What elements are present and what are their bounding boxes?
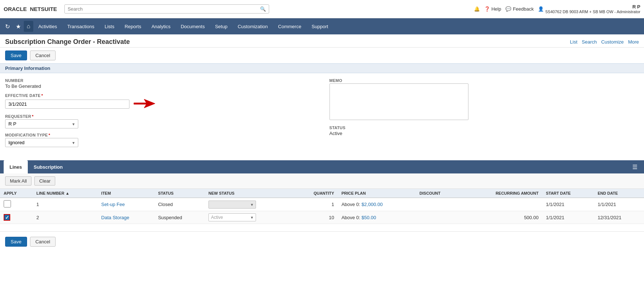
tabs-bar: Lines Subscription ☰ <box>0 160 644 173</box>
nav-customization[interactable]: Customization <box>233 18 273 34</box>
price-plan-label-1: Above 0: <box>342 202 360 207</box>
nav-commerce[interactable]: Commerce <box>273 18 306 34</box>
cell-price-plan-2: Above 0: $50.00 <box>338 211 416 224</box>
save-button-bottom[interactable]: Save <box>5 237 27 247</box>
nav-analytics[interactable]: Analytics <box>146 18 176 34</box>
item-link-2[interactable]: Data Storage <box>101 215 129 220</box>
feedback-label: Feedback <box>513 6 534 12</box>
cell-apply-2: ✓ <box>0 211 33 224</box>
action-customize[interactable]: Customize <box>601 39 624 45</box>
form-left: NUMBER To Be Generated EFFECTIVE DATE* R… <box>5 78 315 152</box>
table-row: ✓ 2 Data Storage Suspended Active ▼ <box>0 211 644 224</box>
page-actions: List Search Customize More <box>570 39 639 45</box>
cell-quantity-1: 1 <box>293 198 338 211</box>
save-button-top[interactable]: Save <box>5 51 27 60</box>
mark-all-button[interactable]: Mark All <box>5 176 31 186</box>
primary-info-section-header: Primary Information <box>0 63 644 73</box>
action-more[interactable]: More <box>628 39 639 45</box>
apply-checkbox-checked-2[interactable]: ✓ <box>4 214 10 221</box>
page-header: Subscription Change Order - Reactivate L… <box>0 34 644 48</box>
action-search[interactable]: Search <box>582 39 597 45</box>
page-title: Subscription Change Order - Reactivate <box>5 38 130 46</box>
nav-activities[interactable]: Activities <box>33 18 62 34</box>
modification-type-select-wrap: Ignored ▼ <box>5 138 78 147</box>
memo-label: MEMO <box>329 78 639 83</box>
star-icon[interactable]: ★ <box>13 23 24 30</box>
item-link-1[interactable]: Set-up Fee <box>101 202 125 207</box>
modification-type-label: MODIFICATION TYPE* <box>5 133 315 137</box>
apply-checkbox-1[interactable] <box>4 200 11 207</box>
modification-type-select[interactable]: Ignored <box>5 138 78 147</box>
new-status-select-2[interactable]: Active <box>208 213 256 221</box>
bell-icon: 🔔 <box>474 6 480 12</box>
cell-end-date-2: 12/31/2021 <box>594 211 644 224</box>
nav-reports[interactable]: Reports <box>120 18 147 34</box>
home-icon[interactable]: ⌂ <box>24 21 33 32</box>
col-discount: DISCOUNT <box>416 189 462 198</box>
effective-date-label: EFFECTIVE DATE* <box>5 93 315 98</box>
top-btn-row: Save Cancel <box>0 48 644 63</box>
number-label: NUMBER <box>5 78 315 83</box>
nav-lists[interactable]: Lists <box>99 18 120 34</box>
tab-menu-icon[interactable]: ☰ <box>629 164 640 171</box>
effective-date-input[interactable] <box>5 100 129 109</box>
tab-subscription[interactable]: Subscription <box>28 160 68 173</box>
cell-discount-1 <box>416 198 462 211</box>
clear-button[interactable]: Clear <box>34 176 55 186</box>
cell-quantity-2: 10 <box>293 211 338 224</box>
user-menu[interactable]: 👤 R P 5S40762 DB 9003 ARM + SB MB OW - A… <box>538 4 640 14</box>
cell-recurring-amount-1 <box>462 198 542 211</box>
help-btn[interactable]: ❓ Help <box>484 6 501 12</box>
top-right: 🔔 ❓ Help 💬 Feedback 👤 R P 5S40762 DB 900… <box>474 4 640 14</box>
number-field-group: NUMBER To Be Generated <box>5 78 315 89</box>
lines-table: APPLY LINE NUMBER ▲ ITEM STATUS NEW STAT… <box>0 189 644 224</box>
col-price-plan: PRICE PLAN <box>338 189 416 198</box>
user-icon: 👤 <box>538 6 544 12</box>
col-recurring-amount: RECURRING AMOUNT <box>462 189 542 198</box>
nav-transactions[interactable]: Transactions <box>62 18 99 34</box>
table-header-row: APPLY LINE NUMBER ▲ ITEM STATUS NEW STAT… <box>0 189 644 198</box>
cell-new-status-2: Active ▼ <box>205 211 293 224</box>
cell-end-date-1: 1/1/2021 <box>594 198 644 211</box>
nav-documents[interactable]: Documents <box>176 18 210 34</box>
price-plan-label-2: Above 0: <box>342 215 360 220</box>
search-input[interactable] <box>68 6 259 12</box>
search-box[interactable]: 🔍 <box>64 4 269 14</box>
cell-start-date-2: 1/1/2021 <box>542 211 594 224</box>
nav-setup[interactable]: Setup <box>210 18 233 34</box>
logo-netsuite: NETSUITE <box>30 6 57 12</box>
logo-oracle: ORACLE <box>4 6 27 12</box>
col-start-date: START DATE <box>542 189 594 198</box>
requester-label: REQUESTER* <box>5 114 315 119</box>
memo-textarea[interactable] <box>329 83 468 120</box>
price-plan-value-2: $50.00 <box>362 215 376 220</box>
status-label: STATUS <box>329 126 639 130</box>
tab-lines[interactable]: Lines <box>4 160 28 173</box>
col-line-number: LINE NUMBER ▲ <box>33 189 97 198</box>
col-status: STATUS <box>154 189 205 198</box>
nav-support[interactable]: Support <box>306 18 334 34</box>
cell-item-1: Set-up Fee <box>98 198 154 211</box>
feedback-icon: 💬 <box>505 6 511 12</box>
effective-date-field-group: EFFECTIVE DATE* <box>5 93 315 110</box>
action-list[interactable]: List <box>570 39 577 45</box>
cell-recurring-amount-2: 500.00 <box>462 211 542 224</box>
col-new-status: NEW STATUS <box>205 189 293 198</box>
user-info: R P 5S40762 DB 9003 ARM + SB MB OW - Adm… <box>545 4 640 14</box>
svg-marker-0 <box>134 99 155 108</box>
cancel-button-top[interactable]: Cancel <box>30 51 56 60</box>
new-status-select-1[interactable] <box>208 201 256 209</box>
notifications-btn[interactable]: 🔔 <box>474 6 480 12</box>
cell-item-2: Data Storage <box>98 211 154 224</box>
cell-price-plan-1: Above 0: $2,000.00 <box>338 198 416 211</box>
cell-discount-2 <box>416 211 462 224</box>
cancel-button-bottom[interactable]: Cancel <box>30 237 56 247</box>
history-icon[interactable]: ↻ <box>2 23 13 30</box>
logo: ORACLE NETSUITE <box>4 6 57 12</box>
help-icon: ❓ <box>484 6 490 12</box>
status-field-group: STATUS Active <box>329 126 639 136</box>
feedback-btn[interactable]: 💬 Feedback <box>505 6 534 12</box>
top-bar: ORACLE NETSUITE 🔍 🔔 ❓ Help 💬 Feedback 👤 … <box>0 0 644 18</box>
nav-bar: ↻ ★ ⌂ Activities Transactions Lists Repo… <box>0 18 644 34</box>
requester-select[interactable]: R P <box>5 119 78 128</box>
